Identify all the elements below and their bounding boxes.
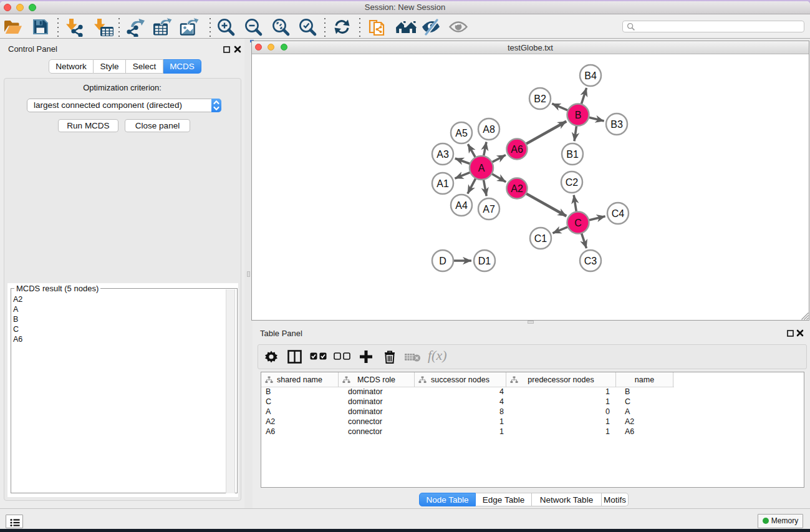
svg-text:A1: A1	[436, 178, 449, 189]
svg-text:C3: C3	[584, 256, 597, 266]
svg-text:C1: C1	[534, 233, 547, 244]
svg-text:A4: A4	[455, 200, 468, 211]
svg-text:C2: C2	[566, 177, 579, 188]
svg-text:B2: B2	[534, 94, 546, 104]
svg-text:A5: A5	[455, 128, 468, 138]
svg-text:A2: A2	[511, 183, 523, 194]
svg-text:A3: A3	[436, 149, 449, 160]
svg-text:B: B	[575, 110, 582, 120]
svg-text:C4: C4	[612, 208, 625, 219]
svg-text:D1: D1	[478, 256, 491, 266]
svg-text:B1: B1	[566, 149, 579, 160]
svg-text:A6: A6	[511, 144, 523, 155]
svg-text:B4: B4	[584, 70, 597, 81]
svg-text:A7: A7	[483, 204, 495, 215]
svg-text:A8: A8	[483, 124, 495, 135]
svg-text:D: D	[439, 256, 446, 266]
svg-text:A: A	[478, 163, 485, 173]
svg-text:B3: B3	[610, 119, 623, 130]
svg-text:C: C	[574, 218, 582, 228]
